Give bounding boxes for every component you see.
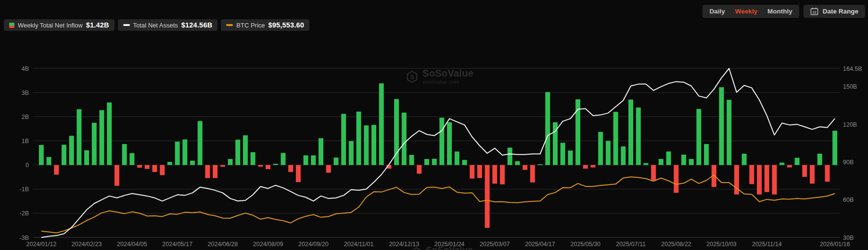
inflow-bar[interactable] xyxy=(251,152,255,165)
inflow-bar[interactable] xyxy=(409,155,414,165)
inflow-bar[interactable] xyxy=(160,165,165,175)
inflow-bar[interactable] xyxy=(100,110,104,165)
inflow-bar[interactable] xyxy=(606,141,611,165)
inflow-bar[interactable] xyxy=(462,160,467,165)
inflow-bar[interactable] xyxy=(175,142,180,165)
inflow-bar[interactable] xyxy=(69,136,74,165)
inflow-bar[interactable] xyxy=(538,164,543,165)
inflow-bar[interactable] xyxy=(523,165,527,170)
inflow-bar[interactable] xyxy=(145,165,150,169)
legend-item-btc-price[interactable]: BTC Price $95,553.60 xyxy=(221,19,309,31)
inflow-bar[interactable] xyxy=(92,123,97,165)
inflow-bar[interactable] xyxy=(674,165,678,193)
inflow-bar[interactable] xyxy=(742,154,747,165)
inflow-bar[interactable] xyxy=(333,158,338,165)
inflow-bar[interactable] xyxy=(447,122,452,165)
inflow-bar[interactable] xyxy=(349,141,354,165)
inflow-bar[interactable] xyxy=(643,163,648,165)
inflow-bar[interactable] xyxy=(530,165,535,183)
inflow-bar[interactable] xyxy=(152,165,157,172)
inflow-bar[interactable] xyxy=(681,155,686,165)
inflow-bar[interactable] xyxy=(39,145,44,165)
inflow-bar[interactable] xyxy=(107,103,112,165)
inflow-bar[interactable] xyxy=(439,118,444,165)
inflow-bar[interactable] xyxy=(825,165,830,182)
inflow-bar[interactable] xyxy=(583,165,588,169)
inflow-bar[interactable] xyxy=(62,145,66,165)
inflow-bar[interactable] xyxy=(235,140,240,165)
inflow-bar[interactable] xyxy=(364,125,369,165)
inflow-bar[interactable] xyxy=(651,165,656,181)
inflow-bar[interactable] xyxy=(727,100,731,165)
inflow-bar[interactable] xyxy=(205,165,210,178)
inflow-bar[interactable] xyxy=(515,161,520,165)
inflow-bar[interactable] xyxy=(220,165,225,167)
inflow-bar[interactable] xyxy=(288,165,293,172)
inflow-bar[interactable] xyxy=(455,151,460,165)
inflow-bar[interactable] xyxy=(266,165,270,170)
inflow-bar[interactable] xyxy=(636,107,641,165)
inflow-bar[interactable] xyxy=(47,157,51,165)
inflow-bar[interactable] xyxy=(817,154,822,165)
inflow-bar[interactable] xyxy=(802,165,807,177)
inflow-bar[interactable] xyxy=(190,161,195,165)
inflow-bar[interactable] xyxy=(598,132,603,165)
inflow-bar[interactable] xyxy=(258,165,263,167)
inflow-bar[interactable] xyxy=(424,159,429,165)
inflow-bar[interactable] xyxy=(659,159,664,165)
inflow-bar[interactable] xyxy=(273,164,278,165)
inflow-bar[interactable] xyxy=(545,92,550,165)
inflow-bar[interactable] xyxy=(477,165,482,178)
tab-monthly[interactable]: Monthly xyxy=(767,8,792,15)
inflow-bar[interactable] xyxy=(213,165,217,178)
inflow-bar[interactable] xyxy=(591,165,596,168)
inflow-bar[interactable] xyxy=(379,83,384,165)
inflow-bar[interactable] xyxy=(810,165,815,184)
inflow-bar[interactable] xyxy=(402,113,407,165)
inflow-bar[interactable] xyxy=(765,165,769,192)
inflow-bar[interactable] xyxy=(281,153,285,165)
tab-daily[interactable]: Daily xyxy=(709,8,725,15)
inflow-bar[interactable] xyxy=(470,165,474,179)
inflow-bar[interactable] xyxy=(326,165,331,173)
inflow-bar[interactable] xyxy=(167,162,172,165)
inflow-bar[interactable] xyxy=(749,165,754,184)
date-range-button[interactable]: 12 Date Range xyxy=(804,5,865,18)
inflow-bar[interactable] xyxy=(198,121,203,165)
inflow-bar[interactable] xyxy=(182,139,187,165)
inflow-bar[interactable] xyxy=(432,159,437,165)
inflow-bar[interactable] xyxy=(357,112,361,165)
inflow-bar[interactable] xyxy=(772,165,777,195)
inflow-bar[interactable] xyxy=(485,165,490,228)
inflow-bar[interactable] xyxy=(787,165,792,168)
inflow-bar[interactable] xyxy=(492,165,497,184)
inflow-bar[interactable] xyxy=(568,150,573,165)
inflow-bar[interactable] xyxy=(319,138,323,165)
inflow-bar[interactable] xyxy=(795,158,800,165)
inflow-bar[interactable] xyxy=(341,114,346,165)
inflow-bar[interactable] xyxy=(696,109,701,165)
inflow-bar[interactable] xyxy=(54,165,59,175)
inflow-bar[interactable] xyxy=(122,144,127,165)
inflow-bar[interactable] xyxy=(371,125,376,165)
inflow-bar[interactable] xyxy=(621,146,625,165)
inflow-bar[interactable] xyxy=(666,151,671,165)
inflow-bar[interactable] xyxy=(137,165,142,168)
legend-item-weekly-total-net-inflow[interactable]: Weekly Total Net Inflow $1.42B xyxy=(4,19,115,31)
inflow-bar[interactable] xyxy=(689,159,694,165)
inflow-bar[interactable] xyxy=(243,135,248,165)
inflow-bar[interactable] xyxy=(779,163,784,165)
inflow-bar[interactable] xyxy=(500,165,505,184)
inflow-bar[interactable] xyxy=(311,156,316,165)
tab-weekly[interactable]: Weekly xyxy=(735,8,757,15)
inflow-bar[interactable] xyxy=(77,109,81,165)
inflow-bar[interactable] xyxy=(129,153,134,165)
inflow-bar[interactable] xyxy=(228,159,233,165)
inflow-bar[interactable] xyxy=(757,165,762,195)
inflow-bar[interactable] xyxy=(719,87,724,165)
inflow-bar[interactable] xyxy=(613,112,618,165)
inflow-bar[interactable] xyxy=(832,131,837,165)
inflow-bar[interactable] xyxy=(84,150,89,165)
inflow-bar[interactable] xyxy=(115,165,119,186)
inflow-bar[interactable] xyxy=(508,147,512,165)
